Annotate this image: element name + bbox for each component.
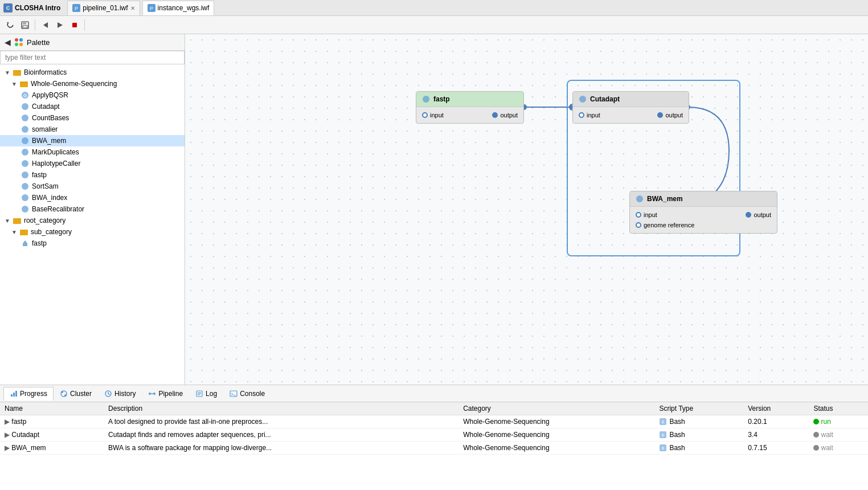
node-icon-fastp-root bbox=[21, 239, 30, 248]
table-row[interactable]: ▶ fastp A tool designed to provide fast … bbox=[0, 415, 868, 428]
svg-marker-9 bbox=[58, 22, 63, 28]
save-button[interactable] bbox=[18, 18, 32, 32]
bottom-tab-pipeline[interactable]: Pipeline bbox=[142, 387, 189, 400]
tree-item-markduplicates[interactable]: MarkDuplicates bbox=[0, 146, 185, 158]
node-cutadapt[interactable]: Cutadapt input output bbox=[572, 91, 689, 124]
port-fastp-output[interactable]: output bbox=[492, 112, 518, 119]
col-script-type: Script Type bbox=[654, 402, 743, 415]
node-icon-bwa-mem bbox=[21, 136, 30, 145]
svg-point-21 bbox=[22, 115, 28, 121]
bottom-tab-cluster[interactable]: Cluster bbox=[54, 387, 98, 400]
tree-item-baserecalibrator[interactable]: BaseRecalibrator bbox=[0, 203, 185, 215]
port-fastp-input[interactable]: input bbox=[422, 112, 444, 119]
port-bwa-output[interactable]: output bbox=[746, 211, 771, 218]
tree-label-somalier: somalier bbox=[32, 125, 58, 133]
svg-point-48 bbox=[64, 394, 67, 397]
search-input[interactable] bbox=[0, 51, 185, 64]
port-bwa-input[interactable]: input bbox=[636, 211, 694, 218]
tree-item-cutadapt[interactable]: Cutadapt bbox=[0, 101, 185, 112]
back-button[interactable] bbox=[38, 18, 52, 32]
collapse-button[interactable]: ◀ bbox=[5, 38, 11, 47]
cell-name: ▶ BWA_mem bbox=[0, 442, 104, 455]
svg-rect-30 bbox=[13, 218, 21, 224]
tree-item-fastp-wgs[interactable]: fastp bbox=[0, 169, 185, 181]
bottom-tab-pipeline-label: Pipeline bbox=[158, 390, 183, 398]
svg-point-42 bbox=[636, 195, 643, 202]
port-circle-fastp-input bbox=[422, 112, 428, 118]
col-name: Name bbox=[0, 402, 104, 415]
tab-label-pipeline01: pipeline_01.iwf bbox=[83, 4, 128, 12]
port-cutadapt-input[interactable]: input bbox=[579, 112, 600, 119]
tree-item-countbases[interactable]: CountBases bbox=[0, 112, 185, 124]
palette-icon bbox=[14, 38, 23, 47]
bottom-tab-history[interactable]: History bbox=[98, 387, 142, 400]
bash-icon: B bbox=[659, 418, 667, 426]
svg-point-28 bbox=[22, 194, 28, 201]
svg-point-14 bbox=[19, 43, 23, 46]
tab-pipeline01[interactable]: P pipeline_01.iwf ✕ bbox=[67, 1, 140, 15]
tab-instance-wgs[interactable]: P instance_wgs.iwf bbox=[142, 1, 215, 15]
tree-item-fastp-root[interactable]: fastp bbox=[0, 238, 185, 249]
tree-item-bwa-mem[interactable]: BWA_mem bbox=[0, 135, 185, 146]
tree-label-wgs: Whole-Genome-Sequencing bbox=[31, 80, 117, 88]
table-row[interactable]: ▶ BWA_mem BWA is a software package for … bbox=[0, 442, 868, 455]
refresh-button[interactable] bbox=[3, 18, 17, 32]
svg-point-22 bbox=[22, 126, 28, 133]
port-cutadapt-output[interactable]: output bbox=[657, 112, 683, 119]
tree-item-sub-category[interactable]: ▼ sub_category bbox=[0, 226, 185, 238]
cell-category: Whole-Genome-Sequencing bbox=[458, 415, 654, 428]
bottom-tab-progress[interactable]: Progress bbox=[3, 387, 54, 401]
cell-name: ▶ fastp bbox=[0, 415, 104, 428]
node-cutadapt-outputs: output bbox=[657, 112, 683, 119]
col-version: Version bbox=[743, 402, 809, 415]
cell-description: Cutadapt finds and removes adapter seque… bbox=[104, 428, 458, 442]
table-row[interactable]: ▶ Cutadapt Cutadapt finds and removes ad… bbox=[0, 428, 868, 442]
tree-label-markduplicates: MarkDuplicates bbox=[32, 148, 79, 156]
tree-item-root-category[interactable]: ▼ root_category bbox=[0, 215, 185, 226]
bottom-tab-log[interactable]: Log bbox=[189, 387, 223, 400]
tree-item-somalier[interactable]: somalier bbox=[0, 124, 185, 135]
node-bwa-mem-body: input genome reference output bbox=[630, 207, 777, 233]
port-bwa-genome[interactable]: genome reference bbox=[636, 222, 694, 228]
tree-item-haplotypecaller[interactable]: HaplotypeCaller bbox=[0, 158, 185, 169]
node-bwa-mem[interactable]: BWA_mem input genome reference output bbox=[629, 191, 777, 234]
tree-item-applybqsr[interactable]: ⚙ ApplyBQSR bbox=[0, 89, 185, 101]
tree-item-sortsam[interactable]: SortSam bbox=[0, 181, 185, 192]
tree-label-bwa-mem: BWA_mem bbox=[32, 137, 66, 145]
svg-rect-33 bbox=[23, 243, 27, 246]
canvas-area[interactable]: fastp input output bbox=[185, 34, 868, 385]
port-label-cutadapt-input: input bbox=[587, 112, 600, 119]
play-button[interactable] bbox=[53, 18, 67, 32]
cell-script-type: B Bash bbox=[654, 415, 743, 428]
tree-label-bwa-index: BWA_index bbox=[32, 194, 67, 202]
node-fastp[interactable]: fastp input output bbox=[416, 91, 524, 124]
bottom-tab-history-label: History bbox=[114, 390, 136, 398]
app-title: CLOSHA Intro bbox=[15, 4, 60, 12]
svg-rect-31 bbox=[20, 230, 28, 235]
svg-text:B: B bbox=[662, 433, 665, 437]
toolbar bbox=[0, 16, 868, 34]
svg-rect-10 bbox=[72, 23, 77, 27]
tab-close-pipeline01[interactable]: ✕ bbox=[130, 5, 135, 11]
play-icon bbox=[55, 21, 64, 30]
tree-item-wgs[interactable]: ▼ Whole-Genome-Sequencing bbox=[0, 78, 185, 89]
stop-icon bbox=[70, 21, 79, 30]
node-cutadapt-body: input output bbox=[573, 107, 689, 123]
row-expander[interactable]: ▶ bbox=[5, 418, 10, 426]
tree-label-haplotypecaller: HaplotypeCaller bbox=[32, 160, 80, 168]
tree-label-baserecalibrator: BaseRecalibrator bbox=[32, 205, 84, 213]
svg-point-50 bbox=[149, 393, 151, 395]
tree-item-bwa-index[interactable]: BWA_index bbox=[0, 192, 185, 203]
stop-button[interactable] bbox=[68, 18, 81, 32]
refresh-icon bbox=[6, 21, 15, 30]
port-label-bwa-input: input bbox=[644, 211, 657, 218]
cell-version: 0.20.1 bbox=[743, 415, 809, 428]
tree-label-fastp-wgs: fastp bbox=[32, 171, 47, 179]
title-bar: C CLOSHA Intro P pipeline_01.iwf ✕ P ins… bbox=[0, 0, 868, 16]
tree-item-bioinformatics[interactable]: ▼ Bioinformatics bbox=[0, 67, 185, 78]
row-expander[interactable]: ▶ bbox=[5, 444, 10, 452]
row-expander[interactable]: ▶ bbox=[5, 431, 10, 439]
svg-text:B: B bbox=[662, 446, 665, 450]
bottom-tab-console[interactable]: Console bbox=[223, 387, 271, 400]
tree-label-sub-category: sub_category bbox=[31, 228, 72, 236]
